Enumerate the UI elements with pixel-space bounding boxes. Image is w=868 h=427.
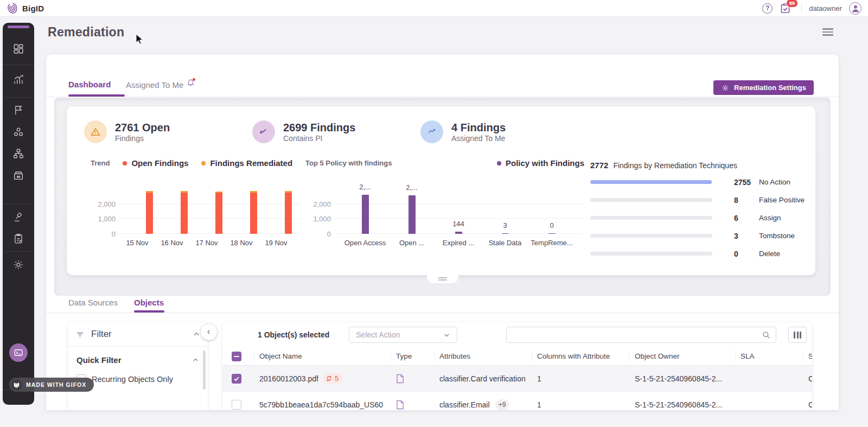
stat-contains-pi: 2699 Findings Contains PI [252,120,355,143]
policy-bar-slot: 144 [435,190,482,234]
sidebar-item-reports[interactable] [13,233,24,245]
legend-dot-open [123,161,127,165]
open-findings-bar-segment [146,193,153,234]
stat-circle [252,120,275,143]
column-header-columns-with-attribute: Columns with Attribute [537,352,635,360]
x-axis-tick-label: Stale Data [482,239,528,247]
recurring-badge: 5 [323,373,343,384]
bar-value-label: 144 [435,220,482,228]
object-name: 20160012003.pdf [259,374,318,383]
filter-icon [75,330,85,339]
policy-y-axis: 2,0001,0000 [305,190,331,234]
technique-count: 2755 [734,178,759,187]
more-attributes-badge: +9 [495,399,509,410]
trend-bar-slot [271,190,305,234]
sidebar-item-hierarchy[interactable] [12,148,24,160]
technique-label: Tombstone [759,232,795,240]
panel-drag-handle[interactable] [427,275,458,283]
tab-data-sources[interactable]: Data Sources [68,298,118,307]
stat-label: Findings [115,134,170,143]
x-axis-tick-label: Expired ... [435,239,482,247]
technique-label: No Action [759,178,790,186]
chevron-up-icon[interactable] [193,330,200,338]
select-action-dropdown[interactable]: Select Action [349,327,457,343]
settings-gear-icon [721,84,730,92]
attribute-name: classifier.Card verification [439,374,526,383]
row-checkbox[interactable] [232,400,241,410]
trend-bar-slot [201,190,236,234]
techniques-rows: 2755No Action8False Positive6Assign3Tomb… [590,173,810,263]
table-row[interactable]: 5c79bb1beaea1da7c594baab_US60classifier.… [222,392,812,410]
sidebar-divider [3,97,34,98]
stat-value: 2761 Open [115,122,170,134]
chevron-up-icon[interactable] [192,356,199,364]
tab-assigned-to-me[interactable]: Assigned To Me [126,80,195,90]
object-type-cell [396,400,439,410]
bar-value-label: 2,... [342,183,388,191]
remediation-settings-button[interactable]: Remediation Settings [713,80,814,95]
stacked-bar [146,191,153,234]
sidebar-item-cluster[interactable] [12,126,24,138]
column-header-type: Type [396,352,439,360]
tab-dashboard[interactable]: Dashboard [68,80,111,89]
column-header-object-name: Object Name [259,352,396,360]
row-checkbox-cell [232,374,259,384]
brand-name: BigID [22,4,44,13]
technique-count: 0 [734,250,759,258]
legend-label: Open Findings [131,158,188,168]
hierarchy-icon [12,148,24,160]
sidebar-item-governance[interactable] [13,212,24,223]
menu-icon[interactable] [822,28,833,37]
brand-logo[interactable]: BigID [7,2,44,14]
trend-bar-slot [167,190,201,234]
lower-tabs-divider [46,313,839,313]
column-header-attributes: Attributes [439,352,537,360]
user-avatar[interactable] [849,2,861,15]
row-checkbox[interactable] [232,374,241,384]
column-settings-button[interactable] [788,327,807,343]
legend-label: Findings Remediated [210,158,292,168]
tabs-divider [46,97,839,97]
select-action-placeholder: Select Action [356,330,400,339]
gifox-label: MADE WITH GIFOX [26,381,86,388]
table-row[interactable]: 20160012003.pdf5classifier.Card verifica… [222,366,812,392]
legend-findings-remediated: Findings Remediated [201,158,292,168]
technique-row: 3Tombstone [590,227,810,245]
policy-bar [502,233,509,234]
sidebar-item-settings[interactable] [12,259,24,271]
object-name-cell: 5c79bb1beaea1da7c594baab_US60 [259,400,396,409]
technique-row: 0Delete [590,245,810,263]
sidebar-item-console[interactable] [9,343,28,362]
y-axis-tick-label: 0 [112,230,116,238]
sidebar-divider [3,65,34,65]
stat-assigned-to-me: 4 Findings Assigned To Me [420,120,506,143]
terminal-icon [14,348,23,358]
sidebar-item-analytics[interactable] [12,74,24,86]
object-name-cell: 20160012003.pdf5 [259,373,396,384]
bar-value-label: 3 [482,221,528,230]
bar-value-label: 2,... [388,183,435,192]
search-input[interactable] [507,327,762,342]
techniques-chart: 2772 Findings by Remediation Techniques … [590,161,810,263]
sidebar-item-policies[interactable] [13,105,24,116]
bar-value-label: 0 [528,221,575,230]
policy-bar-slot: 3 [482,190,528,234]
attributes-cell: classifier.Email+9 [439,399,537,410]
select-all-checkbox[interactable] [232,352,241,361]
stacked-bar [181,191,188,234]
technique-bar-track [590,252,712,256]
column-header-sla: SLA [741,352,808,360]
policy-chart-title: Top 5 Policy with findings [305,159,392,167]
search-icon[interactable] [762,330,771,340]
help-icon[interactable]: ? [762,3,773,14]
sidebar-item-catalog[interactable] [12,169,24,181]
stat-circle [420,120,443,143]
open-findings-bar-segment [250,193,257,234]
techniques-total: 2772 [590,161,608,170]
check-icon [233,375,240,382]
tab-objects[interactable]: Objects [134,298,164,307]
tasks-button[interactable]: 89 [780,3,791,14]
filter-scrollbar[interactable] [203,350,206,390]
collapse-filter-button[interactable] [201,324,217,340]
sidebar-item-dashboard[interactable] [12,43,24,55]
